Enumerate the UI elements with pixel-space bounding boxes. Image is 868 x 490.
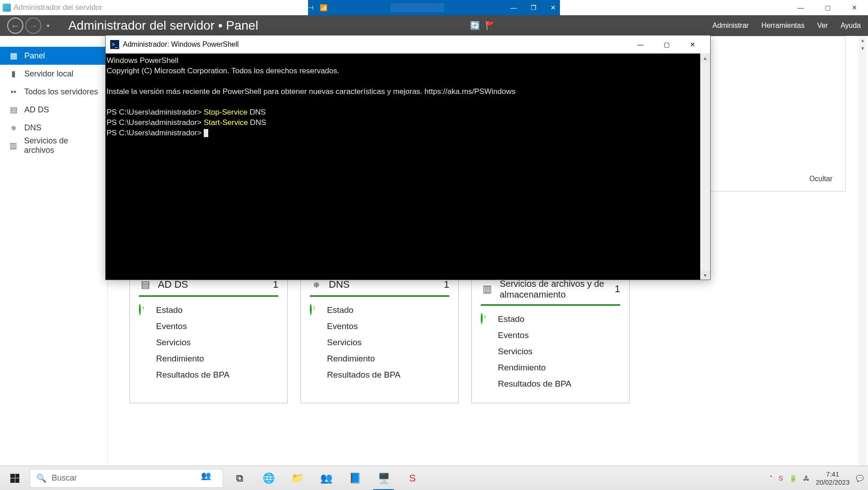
terminal-cursor: [204, 129, 208, 137]
tile-line-estado[interactable]: Estado: [310, 302, 449, 318]
start-button[interactable]: [0, 466, 30, 490]
ocultar-link[interactable]: Ocultar: [809, 175, 832, 183]
rdp-restore-button[interactable]: ❐: [527, 3, 540, 12]
adds-icon: ▤: [9, 105, 18, 114]
tile-status-rule: [139, 295, 278, 297]
sidebar-item-servicios-archivos[interactable]: ▥ Servicios de archivos: [0, 137, 107, 155]
rdp-close-button[interactable]: ✕: [546, 3, 560, 12]
tile-line-eventos[interactable]: Eventos: [481, 327, 620, 343]
tile-line-servicios[interactable]: Servicios: [481, 343, 620, 360]
powershell-titlebar[interactable]: >_ Administrador: Windows PowerShell — ▢…: [106, 36, 710, 53]
ps-close-button[interactable]: ✕: [680, 36, 706, 53]
tile-line-eventos[interactable]: Eventos: [139, 318, 278, 334]
taskbar-explorer[interactable]: 📁: [284, 466, 310, 490]
ps-prompt: PS C:\Users\administrador>: [107, 118, 204, 127]
taskbar-snagit[interactable]: S: [399, 466, 425, 490]
menu-ver[interactable]: Ver: [817, 22, 828, 30]
scroll-up-arrow[interactable]: ▲: [859, 36, 867, 44]
tile-line-eventos[interactable]: Eventos: [310, 318, 449, 334]
tile-line-bpa[interactable]: Resultados de BPA: [481, 376, 620, 392]
adds-tile-icon: ▤: [139, 278, 152, 291]
taskbar-edge[interactable]: 🌐: [255, 466, 282, 490]
powershell-window[interactable]: >_ Administrador: Windows PowerShell — ▢…: [105, 35, 711, 280]
menu-ayuda[interactable]: Ayuda: [841, 22, 861, 30]
sidebar-item-label: Todos los servidores: [24, 87, 98, 97]
files-tile-icon: ▥: [481, 283, 493, 295]
tile-line-rendimiento[interactable]: Rendimiento: [310, 351, 449, 367]
ps-prompt: PS C:\Users\administrador>: [107, 129, 204, 137]
rdp-session-bar[interactable]: ⊣ 📶 — ❐ ✕: [308, 0, 560, 15]
tile-line-rendimiento[interactable]: Rendimiento: [139, 351, 278, 367]
breadcrumb: Administrador del servidor • Panel: [68, 18, 258, 33]
tray-network-icon[interactable]: 🖧: [803, 475, 810, 482]
nav-back-button[interactable]: ←: [7, 18, 23, 34]
tray-battery-icon[interactable]: 🔋: [789, 475, 797, 482]
tile-file-services[interactable]: ▥ Servicios de archivos y de almacenamie…: [471, 270, 630, 403]
ps-arg: DNS: [247, 108, 266, 116]
tile-line-servicios[interactable]: Servicios: [310, 334, 449, 351]
sidebar-item-label: Servicios de archivos: [24, 136, 98, 155]
server-manager-icon: [3, 4, 11, 12]
tray-chevron-icon[interactable]: ˄: [770, 475, 773, 482]
outer-minimize-button[interactable]: —: [787, 0, 814, 15]
nav-forward-button[interactable]: →: [25, 18, 41, 34]
quick-start-panel: Ocultar: [702, 36, 846, 192]
task-view-button[interactable]: ⧉: [227, 466, 253, 490]
ps-line: Instale la versión más reciente de Power…: [107, 87, 515, 96]
system-tray: ˄ S 🔋 🖧 7:41 20/02/2023 💬: [770, 470, 868, 486]
tile-line-bpa[interactable]: Resultados de BPA: [139, 367, 278, 383]
sidebar-item-label: Servidor local: [24, 69, 73, 79]
ps-scroll-up[interactable]: ▲: [700, 53, 710, 62]
tile-line-servicios[interactable]: Servicios: [139, 334, 278, 351]
sidebar-item-servidor-local[interactable]: ▮ Servidor local: [0, 65, 107, 83]
sidebar-item-label: AD DS: [24, 105, 49, 115]
taskbar-word[interactable]: 📘: [342, 466, 368, 490]
meet-now-icon[interactable]: 👥: [201, 471, 216, 486]
ps-scrollbar[interactable]: ▲ ▼: [700, 53, 710, 280]
ps-maximize-button[interactable]: ▢: [653, 36, 680, 53]
notifications-button[interactable]: 💬: [856, 475, 864, 482]
ps-scroll-down[interactable]: ▼: [700, 271, 710, 280]
sidebar: ▦ Panel ▮ Servidor local ▪▪ Todos los se…: [0, 36, 108, 466]
search-placeholder: Buscar: [52, 473, 77, 483]
tile-line-bpa[interactable]: Resultados de BPA: [310, 367, 449, 383]
ps-cmdlet: Start-Service: [204, 118, 248, 127]
menu-administrar[interactable]: Administrar: [712, 22, 749, 30]
clock-date: 20/02/2023: [816, 478, 850, 486]
outer-close-button[interactable]: ✕: [841, 0, 868, 15]
ps-arg: DNS: [248, 118, 266, 127]
tile-adds[interactable]: ▤ AD DS 1 Estado Eventos Servicios Rendi…: [130, 270, 288, 403]
sidebar-item-todos-servidores[interactable]: ▪▪ Todos los servidores: [0, 83, 107, 101]
menu-herramientas[interactable]: Herramientas: [761, 22, 805, 30]
nav-history-dropdown[interactable]: ▼: [43, 23, 53, 28]
signal-icon: 📶: [320, 4, 327, 11]
taskbar-rdp[interactable]: 🖥️: [371, 466, 397, 490]
status-ok-icon: [310, 304, 312, 315]
pin-icon[interactable]: ⊣: [308, 4, 313, 11]
sidebar-item-panel[interactable]: ▦ Panel: [0, 47, 107, 65]
dns-icon: ⎈: [9, 123, 18, 132]
tile-line-estado[interactable]: Estado: [481, 311, 620, 327]
sidebar-item-adds[interactable]: ▤ AD DS: [0, 101, 107, 119]
main-scrollbar[interactable]: ▲ ▼: [859, 36, 867, 466]
taskbar-teams[interactable]: 👥: [313, 466, 339, 490]
all-servers-icon: ▪▪: [9, 87, 18, 96]
powershell-terminal[interactable]: Windows PowerShell Copyright (C) Microso…: [106, 53, 700, 280]
rdp-minimize-button[interactable]: —: [507, 3, 520, 12]
outer-maximize-button[interactable]: ▢: [814, 0, 841, 15]
scroll-down-arrow[interactable]: ▼: [859, 44, 867, 52]
powershell-title: Administrador: Windows PowerShell: [123, 40, 239, 49]
sidebar-item-label: Panel: [24, 51, 45, 61]
tile-line-estado[interactable]: Estado: [139, 302, 278, 318]
tray-app-icon[interactable]: S: [779, 475, 783, 482]
tile-line-rendimiento[interactable]: Rendimiento: [481, 360, 620, 376]
tile-count: 1: [615, 283, 620, 295]
flag-icon[interactable]: 🚩: [485, 21, 495, 31]
ps-minimize-button[interactable]: —: [627, 36, 653, 53]
search-box[interactable]: 🔍 Buscar 👥: [30, 469, 223, 488]
clock-time: 7:41: [816, 470, 850, 478]
sidebar-item-dns[interactable]: ⎈ DNS: [0, 119, 107, 137]
tile-dns[interactable]: ⎈ DNS 1 Estado Eventos Servicios Rendimi…: [300, 270, 459, 403]
refresh-icon[interactable]: 🔄: [470, 21, 480, 31]
taskbar-clock[interactable]: 7:41 20/02/2023: [816, 470, 850, 486]
